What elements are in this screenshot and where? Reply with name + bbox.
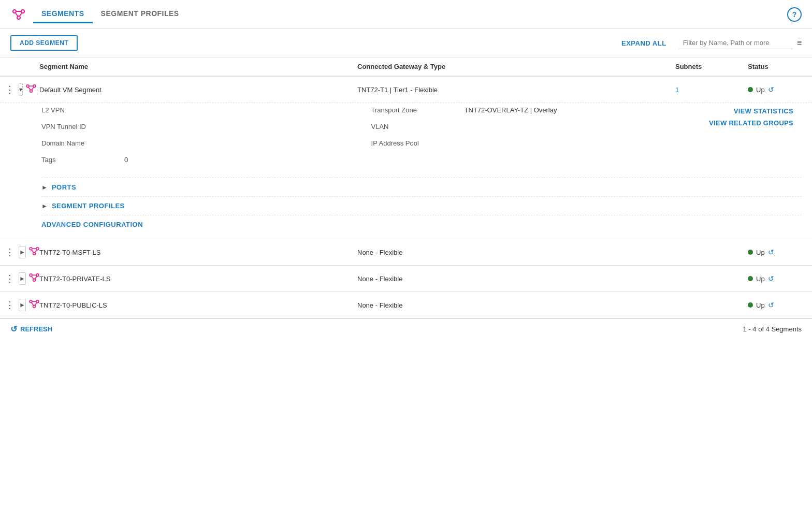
detail-domain: Domain Name bbox=[41, 136, 371, 153]
segment-profiles-chevron-icon: ► bbox=[41, 202, 48, 210]
row-expand-3[interactable]: ► bbox=[19, 272, 26, 285]
segment-status-1: Up ↺ bbox=[740, 85, 812, 94]
pagination: 1 - 4 of 4 Segments bbox=[743, 325, 802, 333]
svg-line-4 bbox=[16, 13, 18, 17]
ports-section[interactable]: ► PORTS bbox=[41, 178, 802, 197]
row-controls-4: ⋮ ► bbox=[0, 298, 31, 312]
segment-name-1: Default VM Segment bbox=[31, 86, 349, 94]
row-main-4: ⋮ ► TNT72-T0-PUBLIC-LS None - Flexible bbox=[0, 292, 812, 318]
row-expand-1[interactable]: ▾ bbox=[19, 83, 23, 96]
row-main-3: ⋮ ► TNT72-T0-PRIVATE-LS None - Flexible bbox=[0, 266, 812, 292]
nav-logo bbox=[10, 7, 27, 21]
row-expand-4[interactable]: ► bbox=[19, 299, 26, 311]
detail-tz: Transport Zone TNT72-OVERLAY-TZ | Overla… bbox=[371, 103, 701, 120]
row-controls-1: ⋮ ▾ bbox=[0, 83, 31, 96]
row-controls-3: ⋮ ► bbox=[0, 272, 31, 285]
col-header-subnets: Subnets bbox=[667, 63, 740, 70]
row-menu-1[interactable]: ⋮ bbox=[4, 83, 16, 96]
refresh-button[interactable]: ↺ REFRESH bbox=[10, 324, 52, 334]
row-main-1: ⋮ ▾ Default VM Segment TNT72-T1 | Tier1 … bbox=[0, 77, 812, 103]
segment-profiles-label: SEGMENT PROFILES bbox=[52, 202, 125, 210]
tab-segments[interactable]: SEGMENTS bbox=[33, 5, 93, 23]
detail-tz-value: TNT72-OVERLAY-TZ | Overlay bbox=[465, 106, 557, 114]
ports-label: PORTS bbox=[52, 183, 76, 191]
table-row: ⋮ ► TNT72-T0-PRIVATE-LS None - Flexible bbox=[0, 266, 812, 292]
col-header-gateway: Connected Gateway & Type bbox=[349, 63, 667, 70]
footer: ↺ REFRESH 1 - 4 of 4 Segments bbox=[0, 318, 812, 339]
help-button[interactable]: ? bbox=[787, 7, 802, 22]
detail-tags-label: Tags bbox=[41, 156, 124, 164]
row-menu-2[interactable]: ⋮ bbox=[4, 245, 16, 259]
segment-gateway-1: TNT72-T1 | Tier1 - Flexible bbox=[349, 86, 667, 94]
refresh-label: REFRESH bbox=[20, 325, 52, 333]
status-refresh-3[interactable]: ↺ bbox=[768, 274, 774, 283]
detail-vlan: VLAN bbox=[371, 120, 701, 136]
filter-icon[interactable]: ≡ bbox=[797, 38, 802, 48]
status-dot-3 bbox=[748, 276, 753, 281]
segment-status-3: Up ↺ bbox=[740, 274, 812, 283]
segment-name-4: TNT72-T0-PUBLIC-LS bbox=[31, 301, 349, 309]
status-refresh-4[interactable]: ↺ bbox=[768, 301, 774, 309]
col-header-name: Segment Name bbox=[31, 63, 349, 70]
row-controls-2: ⋮ ► bbox=[0, 245, 31, 259]
segment-gateway-3: None - Flexible bbox=[349, 275, 667, 283]
status-label-4: Up bbox=[756, 301, 765, 309]
table-row: ⋮ ▾ Default VM Segment TNT72-T1 | Tier1 … bbox=[0, 77, 812, 239]
detail-tags-value: 0 bbox=[124, 156, 128, 164]
row-expanded-1: L2 VPN VPN Tunnel ID Domain Name Tags 0 bbox=[0, 103, 812, 239]
svg-line-10 bbox=[28, 87, 31, 90]
tab-segment-profiles[interactable]: SEGMENT PROFILES bbox=[93, 5, 187, 23]
detail-vpntunnel-label: VPN Tunnel ID bbox=[41, 123, 124, 130]
view-related-groups-link[interactable]: VIEW RELATED GROUPS bbox=[709, 119, 793, 127]
svg-line-5 bbox=[20, 13, 22, 17]
status-label-1: Up bbox=[756, 86, 765, 94]
detail-tz-label: Transport Zone bbox=[371, 106, 465, 114]
segment-status-4: Up ↺ bbox=[740, 301, 812, 309]
detail-ippool: IP Address Pool bbox=[371, 136, 701, 153]
status-dot-2 bbox=[748, 250, 753, 255]
status-refresh-1[interactable]: ↺ bbox=[768, 85, 774, 94]
detail-domain-label: Domain Name bbox=[41, 139, 124, 147]
segment-profiles-section[interactable]: ► SEGMENT PROFILES bbox=[41, 197, 802, 215]
filter-input[interactable] bbox=[679, 37, 793, 49]
segment-name-3: TNT72-T0-PRIVATE-LS bbox=[31, 275, 349, 283]
add-segment-button[interactable]: ADD SEGMENT bbox=[10, 35, 78, 51]
segment-gateway-2: None - Flexible bbox=[349, 249, 667, 256]
detail-vpntunnel: VPN Tunnel ID bbox=[41, 120, 371, 136]
row-menu-3[interactable]: ⋮ bbox=[4, 272, 16, 285]
table-body: ⋮ ▾ Default VM Segment TNT72-T1 | Tier1 … bbox=[0, 77, 812, 318]
row-actions-1: VIEW STATISTICS VIEW RELATED GROUPS bbox=[701, 103, 802, 169]
col-header-status: Status bbox=[740, 63, 812, 70]
segment-gateway-4: None - Flexible bbox=[349, 301, 667, 309]
adv-config-link[interactable]: ADVANCED CONFIGURATION bbox=[41, 221, 143, 228]
segment-status-2: Up ↺ bbox=[740, 248, 812, 256]
row-menu-4[interactable]: ⋮ bbox=[4, 298, 16, 312]
nav-tabs: SEGMENTS SEGMENT PROFILES bbox=[33, 5, 187, 23]
segment-subnets-1: 1 bbox=[667, 86, 740, 94]
view-statistics-link[interactable]: VIEW STATISTICS bbox=[734, 107, 793, 115]
status-dot-1 bbox=[748, 87, 753, 92]
table-row: ⋮ ► TNT72-T0-PUBLIC-LS None - Flexible bbox=[0, 292, 812, 318]
segment-name-2: TNT72-T0-MSFT-LS bbox=[31, 249, 349, 256]
adv-config-section: ADVANCED CONFIGURATION bbox=[41, 215, 802, 230]
detail-l2vpn-label: L2 VPN bbox=[41, 106, 124, 114]
status-refresh-2[interactable]: ↺ bbox=[768, 248, 774, 256]
detail-ippool-label: IP Address Pool bbox=[371, 139, 465, 147]
table-header: Segment Name Connected Gateway & Type Su… bbox=[0, 57, 812, 77]
status-label-3: Up bbox=[756, 275, 765, 283]
row-main-2: ⋮ ► TNT72-T0-MSFT-LS None - Flexible bbox=[0, 239, 812, 265]
refresh-icon: ↺ bbox=[10, 324, 17, 334]
row-expand-2[interactable]: ► bbox=[19, 246, 26, 258]
detail-vlan-label: VLAN bbox=[371, 123, 465, 130]
detail-l2vpn: L2 VPN bbox=[41, 103, 371, 120]
table-row: ⋮ ► TNT72-T0-MSFT-LS None - Flexible bbox=[0, 239, 812, 266]
detail-tags: Tags 0 bbox=[41, 153, 371, 169]
top-nav: SEGMENTS SEGMENT PROFILES ? bbox=[0, 0, 812, 29]
status-label-2: Up bbox=[756, 249, 765, 256]
toolbar: ADD SEGMENT EXPAND ALL ≡ bbox=[0, 29, 812, 57]
expand-all-button[interactable]: EXPAND ALL bbox=[621, 39, 666, 47]
subnet-link-1[interactable]: 1 bbox=[675, 86, 679, 94]
ports-chevron-icon: ► bbox=[41, 184, 48, 191]
status-dot-4 bbox=[748, 302, 753, 308]
